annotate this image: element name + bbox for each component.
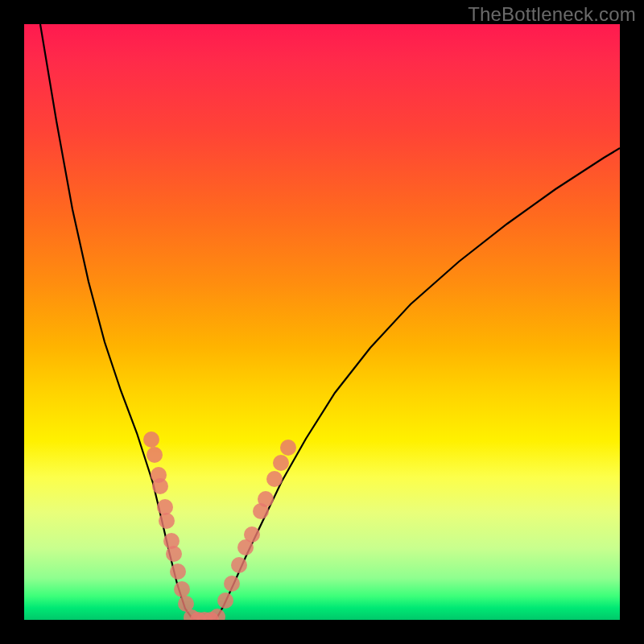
chart-frame: TheBottleneck.com [0,0,644,644]
right-cluster-dot [266,471,283,487]
left-cluster-dot [159,513,175,529]
valley-dot [209,609,225,620]
left-cluster-dot [174,581,190,597]
right-cluster-dot [280,440,296,456]
right-cluster-dot [231,557,247,573]
right-cluster-dot [217,592,233,609]
right-cluster-dot [224,576,240,592]
right-cluster-dot [258,491,274,507]
curve-svg [24,24,620,620]
bottleneck-curve [40,24,620,620]
watermark-text: TheBottleneck.com [468,3,636,26]
right-cluster-dot [244,526,260,543]
left-cluster-dot [166,546,182,562]
left-cluster-dot [147,447,163,463]
left-cluster-dot [143,431,159,448]
left-cluster-dot [152,478,168,494]
plot-area [24,24,620,620]
left-cluster-dot [170,564,186,580]
right-cluster-dot [273,455,289,471]
left-cluster-dot [157,499,173,515]
data-dots [143,431,296,620]
